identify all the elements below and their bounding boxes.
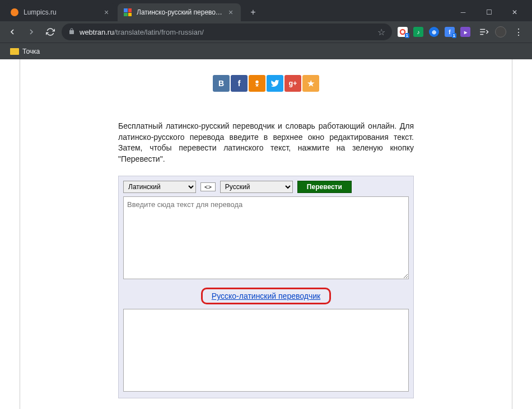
svg-point-1: [401, 30, 404, 34]
tab-active[interactable]: Латинско-русский переводчик ×: [118, 3, 241, 21]
googleplus-share-button[interactable]: g+: [284, 75, 301, 92]
tab-bar: Lumpics.ru × Латинско-русский переводчик…: [0, 0, 532, 21]
bookmarks-bar: Точка: [0, 43, 532, 59]
back-button[interactable]: [4, 24, 20, 40]
url-text: webtran.ru/translate/latin/from-russian/: [80, 28, 373, 36]
address-bar[interactable]: webtran.ru/translate/latin/from-russian/…: [62, 23, 392, 40]
reverse-translator-link[interactable]: Русско-латинский переводчик: [212, 292, 320, 300]
maximize-button[interactable]: ☐: [476, 3, 502, 21]
new-tab-button[interactable]: +: [245, 4, 261, 20]
highlight-annotation: Русско-латинский переводчик: [201, 288, 331, 304]
minimize-button[interactable]: ─: [450, 3, 476, 21]
bookmark-label: Точка: [22, 48, 40, 55]
facebook-share-button[interactable]: f: [231, 75, 248, 92]
extension-icon[interactable]: 1: [398, 27, 408, 37]
social-share-row: B f g+ ★: [20, 59, 512, 98]
close-icon[interactable]: ×: [102, 8, 111, 17]
source-text-input[interactable]: [123, 196, 409, 279]
reading-list-icon[interactable]: [476, 24, 492, 40]
translator-widget: Латинский <> Русский Перевести Русско-ла…: [118, 176, 414, 398]
favicon-lumpics: [10, 8, 19, 17]
extension-icon[interactable]: f1: [445, 27, 455, 37]
page-content: B f g+ ★ Бесплатный латинско-русский пер…: [0, 59, 532, 409]
extension-icon[interactable]: ⊕: [429, 27, 439, 37]
reload-button[interactable]: [43, 24, 58, 40]
target-language-select[interactable]: Русский: [220, 181, 293, 193]
favicon-webtran: [123, 8, 132, 17]
navigation-bar: webtran.ru/translate/latin/from-russian/…: [0, 21, 532, 43]
tab-title: Lumpics.ru: [24, 8, 99, 16]
extension-icons: 1 ♪ ⊕ f1 ▸: [395, 27, 473, 37]
profile-avatar[interactable]: [495, 26, 506, 37]
menu-button[interactable]: ⋮: [510, 27, 528, 37]
svg-point-5: [255, 81, 258, 83]
swap-languages-button[interactable]: <>: [200, 182, 216, 191]
description-paragraph: Бесплатный латинско-русский переводчик и…: [118, 121, 414, 164]
folder-icon: [10, 48, 19, 55]
vk-share-button[interactable]: B: [213, 75, 230, 92]
tab-inactive[interactable]: Lumpics.ru ×: [4, 3, 116, 21]
bookmark-folder[interactable]: Точка: [7, 45, 43, 58]
source-language-select[interactable]: Латинский: [123, 181, 196, 193]
bookmark-star-icon[interactable]: ☆: [377, 27, 385, 37]
lock-icon: [68, 27, 75, 37]
close-window-button[interactable]: ✕: [502, 3, 528, 21]
translate-button[interactable]: Перевести: [297, 181, 352, 193]
close-icon[interactable]: ×: [226, 8, 235, 17]
twitter-share-button[interactable]: [267, 75, 283, 92]
forward-button[interactable]: [24, 24, 39, 40]
favorite-share-button[interactable]: ★: [302, 75, 319, 92]
extension-icon[interactable]: ♪: [413, 27, 423, 37]
extension-icon[interactable]: ▸: [460, 27, 470, 37]
output-text-area[interactable]: [123, 309, 409, 392]
ok-share-button[interactable]: [249, 75, 265, 92]
tab-title: Латинско-русский переводчик: [137, 8, 223, 16]
